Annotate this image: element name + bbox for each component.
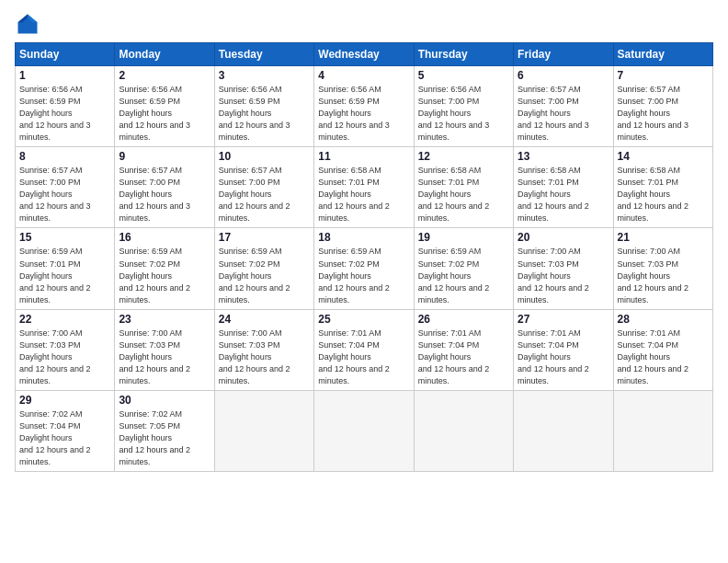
day-number: 23	[119, 313, 210, 326]
day-number: 20	[518, 231, 609, 244]
day-number: 25	[318, 313, 409, 326]
day-number: 15	[19, 231, 110, 244]
calendar-cell	[514, 390, 613, 471]
day-info: Sunrise: 6:56 AMSunset: 7:00 PMDaylight …	[418, 84, 509, 144]
day-number: 22	[19, 313, 110, 326]
calendar-cell: 12Sunrise: 6:58 AMSunset: 7:01 PMDayligh…	[414, 147, 513, 228]
calendar-cell: 17Sunrise: 6:59 AMSunset: 7:02 PMDayligh…	[214, 228, 313, 309]
calendar-cell	[414, 390, 513, 471]
calendar-cell: 4Sunrise: 6:56 AMSunset: 6:59 PMDaylight…	[314, 66, 414, 147]
day-number: 11	[318, 150, 409, 163]
calendar-cell: 9Sunrise: 6:57 AMSunset: 7:00 PMDaylight…	[115, 147, 214, 228]
day-header-friday: Friday	[514, 43, 613, 66]
day-info: Sunrise: 7:02 AMSunset: 7:04 PMDaylight …	[19, 408, 110, 468]
day-header-wednesday: Wednesday	[314, 43, 414, 66]
day-info: Sunrise: 7:01 AMSunset: 7:04 PMDaylight …	[618, 327, 709, 387]
day-info: Sunrise: 6:57 AMSunset: 7:00 PMDaylight …	[219, 165, 310, 224]
day-number: 14	[618, 150, 709, 163]
day-number: 3	[219, 69, 310, 82]
day-header-tuesday: Tuesday	[214, 43, 313, 66]
day-number: 1	[19, 69, 110, 82]
day-number: 6	[518, 69, 609, 82]
day-number: 2	[119, 69, 210, 82]
day-header-sunday: Sunday	[16, 43, 115, 66]
day-number: 29	[19, 394, 110, 407]
day-info: Sunrise: 6:59 AMSunset: 7:02 PMDaylight …	[418, 246, 509, 305]
day-info: Sunrise: 6:56 AMSunset: 6:59 PMDaylight …	[219, 84, 310, 144]
day-header-thursday: Thursday	[414, 43, 513, 66]
calendar-cell: 7Sunrise: 6:57 AMSunset: 7:00 PMDaylight…	[613, 66, 712, 147]
calendar-cell: 28Sunrise: 7:01 AMSunset: 7:04 PMDayligh…	[613, 309, 712, 390]
calendar-cell: 6Sunrise: 6:57 AMSunset: 7:00 PMDaylight…	[514, 66, 613, 147]
day-number: 19	[418, 231, 509, 244]
day-info: Sunrise: 6:58 AMSunset: 7:01 PMDaylight …	[318, 165, 409, 224]
day-info: Sunrise: 7:00 AMSunset: 7:03 PMDaylight …	[219, 327, 310, 387]
calendar-cell: 30Sunrise: 7:02 AMSunset: 7:05 PMDayligh…	[115, 390, 214, 471]
day-info: Sunrise: 6:59 AMSunset: 7:01 PMDaylight …	[19, 246, 110, 305]
day-number: 13	[518, 150, 609, 163]
calendar-cell: 16Sunrise: 6:59 AMSunset: 7:02 PMDayligh…	[115, 228, 214, 309]
calendar-cell: 25Sunrise: 7:01 AMSunset: 7:04 PMDayligh…	[314, 309, 414, 390]
day-info: Sunrise: 7:00 AMSunset: 7:03 PMDaylight …	[119, 327, 210, 387]
day-info: Sunrise: 6:59 AMSunset: 7:02 PMDaylight …	[119, 246, 210, 305]
day-header-saturday: Saturday	[613, 43, 712, 66]
calendar-cell: 20Sunrise: 7:00 AMSunset: 7:03 PMDayligh…	[514, 228, 613, 309]
day-info: Sunrise: 7:02 AMSunset: 7:05 PMDaylight …	[119, 408, 210, 468]
day-number: 26	[418, 313, 509, 326]
logo-icon	[15, 11, 40, 37]
calendar-cell	[314, 390, 414, 471]
day-number: 28	[618, 313, 709, 326]
calendar-cell: 18Sunrise: 6:59 AMSunset: 7:02 PMDayligh…	[314, 228, 414, 309]
day-number: 10	[219, 150, 310, 163]
header	[15, 11, 713, 37]
day-info: Sunrise: 7:01 AMSunset: 7:04 PMDaylight …	[318, 327, 409, 387]
calendar-cell: 5Sunrise: 6:56 AMSunset: 7:00 PMDaylight…	[414, 66, 513, 147]
day-info: Sunrise: 7:00 AMSunset: 7:03 PMDaylight …	[518, 246, 609, 305]
logo	[15, 11, 44, 37]
calendar-cell: 23Sunrise: 7:00 AMSunset: 7:03 PMDayligh…	[115, 309, 214, 390]
day-info: Sunrise: 6:57 AMSunset: 7:00 PMDaylight …	[518, 84, 609, 144]
day-info: Sunrise: 6:56 AMSunset: 6:59 PMDaylight …	[119, 84, 210, 144]
calendar-cell	[214, 390, 313, 471]
day-number: 17	[219, 231, 310, 244]
calendar-cell: 19Sunrise: 6:59 AMSunset: 7:02 PMDayligh…	[414, 228, 513, 309]
day-info: Sunrise: 6:58 AMSunset: 7:01 PMDaylight …	[518, 165, 609, 224]
day-number: 7	[618, 69, 709, 82]
calendar-cell: 27Sunrise: 7:01 AMSunset: 7:04 PMDayligh…	[514, 309, 613, 390]
calendar-cell: 13Sunrise: 6:58 AMSunset: 7:01 PMDayligh…	[514, 147, 613, 228]
calendar-cell: 15Sunrise: 6:59 AMSunset: 7:01 PMDayligh…	[16, 228, 115, 309]
day-number: 4	[318, 69, 409, 82]
calendar-cell: 24Sunrise: 7:00 AMSunset: 7:03 PMDayligh…	[214, 309, 313, 390]
day-info: Sunrise: 6:56 AMSunset: 6:59 PMDaylight …	[19, 84, 110, 144]
day-info: Sunrise: 7:01 AMSunset: 7:04 PMDaylight …	[418, 327, 509, 387]
day-info: Sunrise: 7:01 AMSunset: 7:04 PMDaylight …	[518, 327, 609, 387]
calendar-cell: 14Sunrise: 6:58 AMSunset: 7:01 PMDayligh…	[613, 147, 712, 228]
calendar-cell: 1Sunrise: 6:56 AMSunset: 6:59 PMDaylight…	[16, 66, 115, 147]
calendar-cell: 21Sunrise: 7:00 AMSunset: 7:03 PMDayligh…	[613, 228, 712, 309]
day-number: 5	[418, 69, 509, 82]
calendar-cell: 29Sunrise: 7:02 AMSunset: 7:04 PMDayligh…	[16, 390, 115, 471]
day-number: 18	[318, 231, 409, 244]
calendar-cell: 26Sunrise: 7:01 AMSunset: 7:04 PMDayligh…	[414, 309, 513, 390]
day-info: Sunrise: 6:59 AMSunset: 7:02 PMDaylight …	[318, 246, 409, 305]
day-number: 8	[19, 150, 110, 163]
day-header-monday: Monday	[115, 43, 214, 66]
day-info: Sunrise: 6:58 AMSunset: 7:01 PMDaylight …	[418, 165, 509, 224]
day-number: 12	[418, 150, 509, 163]
calendar-header-row: SundayMondayTuesdayWednesdayThursdayFrid…	[16, 43, 713, 66]
calendar-cell: 22Sunrise: 7:00 AMSunset: 7:03 PMDayligh…	[16, 309, 115, 390]
day-info: Sunrise: 6:56 AMSunset: 6:59 PMDaylight …	[318, 84, 409, 144]
calendar-table: SundayMondayTuesdayWednesdayThursdayFrid…	[15, 42, 713, 472]
day-info: Sunrise: 6:57 AMSunset: 7:00 PMDaylight …	[618, 84, 709, 144]
day-info: Sunrise: 6:57 AMSunset: 7:00 PMDaylight …	[19, 165, 110, 224]
calendar-cell	[613, 390, 712, 471]
day-info: Sunrise: 7:00 AMSunset: 7:03 PMDaylight …	[618, 246, 709, 305]
day-number: 9	[119, 150, 210, 163]
day-number: 21	[618, 231, 709, 244]
calendar-cell: 10Sunrise: 6:57 AMSunset: 7:00 PMDayligh…	[214, 147, 313, 228]
day-number: 27	[518, 313, 609, 326]
day-number: 16	[119, 231, 210, 244]
day-info: Sunrise: 7:00 AMSunset: 7:03 PMDaylight …	[19, 327, 110, 387]
page: SundayMondayTuesdayWednesdayThursdayFrid…	[0, 0, 728, 563]
day-number: 24	[219, 313, 310, 326]
